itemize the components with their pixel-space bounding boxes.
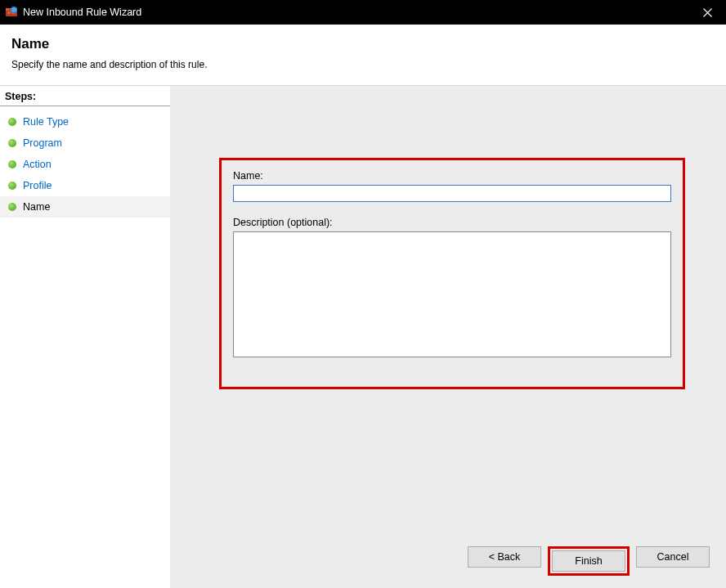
sidebar-item-label: Name xyxy=(23,201,50,213)
sidebar-item-label: Rule Type xyxy=(23,116,69,128)
page-subtitle: Specify the name and description of this… xyxy=(11,59,715,70)
page-title: Name xyxy=(11,36,715,52)
sidebar-item-label: Profile xyxy=(23,180,52,191)
form-highlight-box: Name: Description (optional): xyxy=(219,158,685,389)
sidebar-item-name[interactable]: Name xyxy=(0,196,170,218)
titlebar-left: New Inbound Rule Wizard xyxy=(5,6,141,19)
sidebar-item-label: Action xyxy=(23,159,52,170)
svg-rect-4 xyxy=(7,11,11,14)
finish-button[interactable]: Finish xyxy=(552,550,625,572)
name-label: Name: xyxy=(233,170,671,182)
description-textarea[interactable] xyxy=(233,231,671,357)
svg-point-7 xyxy=(11,7,16,12)
sidebar-item-rule-type[interactable]: Rule Type xyxy=(0,111,170,132)
name-input[interactable] xyxy=(233,185,671,202)
sidebar-item-label: Program xyxy=(23,137,62,149)
step-bullet-icon xyxy=(8,203,16,211)
sidebar-title: Steps: xyxy=(0,86,170,106)
description-label: Description (optional): xyxy=(233,217,671,228)
window-title: New Inbound Rule Wizard xyxy=(23,7,141,18)
close-button[interactable] xyxy=(688,0,726,25)
wizard-body: Steps: Rule Type Program Action Profile … xyxy=(0,86,726,588)
step-bullet-icon xyxy=(8,160,16,168)
step-bullet-icon xyxy=(8,118,16,126)
sidebar-item-program[interactable]: Program xyxy=(0,132,170,154)
step-bullet-icon xyxy=(8,139,16,147)
firewall-icon xyxy=(5,6,18,19)
finish-highlight-box: Finish xyxy=(548,546,630,576)
step-bullet-icon xyxy=(8,182,16,190)
sidebar-item-action[interactable]: Action xyxy=(0,154,170,175)
close-icon xyxy=(703,8,712,17)
wizard-header: Name Specify the name and description of… xyxy=(0,25,726,86)
back-button[interactable]: < Back xyxy=(468,546,541,568)
cancel-button[interactable]: Cancel xyxy=(636,546,710,568)
svg-rect-1 xyxy=(6,8,9,11)
button-row: < Back Finish Cancel xyxy=(468,546,710,576)
main-panel: Name: Description (optional): < Back Fin… xyxy=(170,86,726,588)
sidebar-item-profile[interactable]: Profile xyxy=(0,175,170,196)
steps-sidebar: Steps: Rule Type Program Action Profile … xyxy=(0,86,170,588)
sidebar-items: Rule Type Program Action Profile Name xyxy=(0,106,170,218)
titlebar: New Inbound Rule Wizard xyxy=(0,0,726,25)
